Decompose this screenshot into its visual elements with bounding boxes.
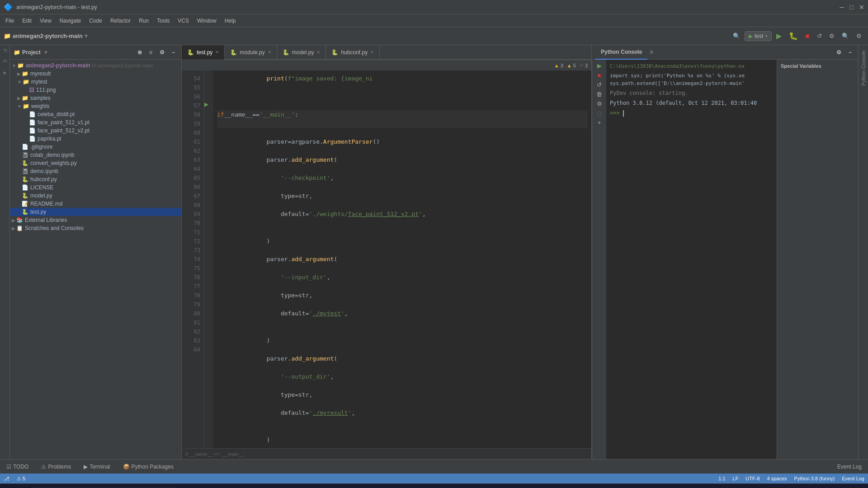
tab-hubconf[interactable]: 🐍 hubconf.py ✕: [326, 45, 380, 60]
tree-paprika[interactable]: ▶ 📄 paprika.pt: [10, 135, 181, 143]
maximize-button[interactable]: □: [850, 4, 854, 11]
console-prompt[interactable]: >>>: [610, 110, 773, 117]
tree-external-libs[interactable]: ▶ 📚 External Libraries: [10, 216, 181, 224]
editor-tabs-bar: 🐍 test.py ✕ 🐍 module.py ✕ 🐍 model.py ✕ 🐍…: [182, 45, 591, 60]
run-button[interactable]: ▶: [774, 30, 784, 42]
debug-button[interactable]: 🐛: [786, 30, 801, 42]
project-settings-icon[interactable]: ⚙: [157, 47, 167, 57]
console-minimize-icon[interactable]: −: [846, 47, 854, 57]
bottom-tab-problems[interactable]: ⚠ Problems: [38, 463, 74, 471]
bottom-tab-event-log[interactable]: Event Log: [835, 463, 864, 471]
tree-gitignore[interactable]: ▶ 📄 .gitignore: [10, 143, 181, 151]
tree-mytest[interactable]: ▼ 📁 mytest: [10, 78, 181, 86]
tree-myresult[interactable]: ▶ 📁 myresult: [10, 70, 181, 78]
tab-model-close[interactable]: ✕: [316, 50, 320, 55]
bottom-tab-terminal[interactable]: ▶ Terminal: [81, 463, 113, 471]
console-settings2-btn[interactable]: ⚙: [596, 99, 603, 108]
sidebar-icon-structure[interactable]: S: [2, 59, 8, 62]
rerun-button[interactable]: ↺: [814, 31, 825, 41]
console-settings-icon[interactable]: ⚙: [834, 47, 844, 57]
project-panel-chevron[interactable]: ▾: [44, 49, 47, 56]
tab-python-console[interactable]: Python Console: [595, 45, 647, 60]
tree-colab[interactable]: ▶ 📓 colab_demo.ipynb: [10, 151, 181, 159]
status-line-ending[interactable]: LF: [733, 476, 739, 481]
tree-celeba[interactable]: ▶ 📄 celeba_distill.pt: [10, 110, 181, 118]
taskbar-icon-browser[interactable]: 🌐: [230, 485, 249, 488]
error-count[interactable]: ▲3: [554, 63, 563, 68]
code-editor[interactable]: 54 55 56 57 58 59 60 61 62 63 64 65 66 6…: [182, 70, 591, 448]
taskbar-icon-explorer[interactable]: 📁: [207, 485, 226, 488]
chevron-down-icon[interactable]: ▾: [85, 33, 88, 39]
settings-button[interactable]: ⚙: [826, 31, 837, 41]
menu-edit[interactable]: Edit: [19, 16, 35, 26]
taskbar-icon-circle[interactable]: 🔵: [275, 485, 294, 488]
status-python[interactable]: Python 3.8 (funny): [794, 476, 835, 481]
status-indent[interactable]: 4 spaces: [767, 476, 787, 481]
run-config[interactable]: ▶ test ▾: [745, 31, 772, 41]
status-encoding[interactable]: UTF-8: [745, 476, 760, 481]
search-toolbar-icon[interactable]: 🔍: [839, 31, 852, 41]
tree-fp512v2[interactable]: ▶ 📄 face_paint_512_v2.pt: [10, 127, 181, 135]
console-clear-btn[interactable]: 🗑: [595, 90, 603, 99]
console-rerun-btn[interactable]: ↺: [596, 80, 603, 89]
menu-window[interactable]: Window: [193, 16, 220, 26]
project-locate-icon[interactable]: ⊕: [135, 47, 145, 57]
tree-root[interactable]: ▼ 📁 animegan2-pytorch-main D:\animegan2-…: [10, 61, 181, 70]
start-button[interactable]: ⊞: [2, 484, 25, 488]
console-add-btn[interactable]: +: [597, 118, 602, 127]
stop-button[interactable]: ■: [802, 30, 812, 42]
menu-code[interactable]: Code: [85, 16, 106, 26]
tab-module-close[interactable]: ✕: [268, 50, 271, 55]
gear-icon[interactable]: ⚙: [854, 31, 864, 41]
tree-convert[interactable]: ▶ 🐍 convert_weights.py: [10, 159, 181, 167]
status-warnings[interactable]: ⚠ 5: [17, 476, 25, 482]
tree-testpy[interactable]: ▶ 🐍 test.py: [10, 208, 181, 216]
toolbar-search-icon[interactable]: 🔍: [730, 31, 743, 41]
tree-demo[interactable]: ▶ 📓 demo.ipynb: [10, 167, 181, 175]
tree-scratches[interactable]: ▶ 📋 Scratches and Consoles: [10, 224, 181, 232]
sidebar-icon-favorites[interactable]: ★: [2, 70, 8, 76]
menu-view[interactable]: View: [36, 16, 55, 26]
bottom-tab-python-packages[interactable]: 📦 Python Packages: [120, 463, 176, 471]
taskbar-icon-taskview[interactable]: ⧉: [184, 485, 203, 488]
menu-refactor[interactable]: Refactor: [107, 16, 134, 26]
tab-modulepy[interactable]: 🐍 module.py ✕: [225, 45, 277, 60]
close-button[interactable]: ✕: [859, 4, 864, 11]
minimize-button[interactable]: ─: [840, 4, 844, 11]
python-console-vtab[interactable]: Python Console: [859, 47, 868, 89]
tree-fp512v1[interactable]: ▶ 📄 face_paint_512_v1.pt: [10, 118, 181, 127]
tree-model[interactable]: ▶ 🐍 model.py: [10, 192, 181, 200]
project-collapse-icon[interactable]: ≡: [146, 47, 155, 57]
console-stop-btn[interactable]: ■: [597, 71, 602, 80]
console-run-btn[interactable]: ▶: [596, 61, 603, 70]
tree-fp512v1-label: face_paint_512_v1.pt: [38, 119, 90, 126]
menu-vcs[interactable]: VCS: [174, 16, 193, 26]
taskbar-icon-pycharm[interactable]: 🔷: [252, 485, 271, 488]
tree-111png[interactable]: ▶ 🖼 111.png: [10, 86, 181, 94]
tab-testpy-close[interactable]: ✕: [215, 50, 219, 55]
menu-tools[interactable]: Tools: [153, 16, 173, 26]
menu-run[interactable]: Run: [135, 16, 152, 26]
console-main[interactable]: C:\Users\13038\Anaconda3\envs\funny\pyth…: [606, 60, 777, 459]
tree-license[interactable]: ▶ 📄 LICENSE: [10, 183, 181, 192]
menu-file[interactable]: File: [2, 16, 18, 26]
editor-area: 🐍 test.py ✕ 🐍 module.py ✕ 🐍 model.py ✕ 🐍…: [182, 45, 591, 459]
tab-modelpy[interactable]: 🐍 model.py ✕: [277, 45, 326, 60]
bottom-tab-todo[interactable]: ☑ TODO: [4, 463, 31, 471]
status-event-log[interactable]: Event Log: [842, 476, 864, 481]
check-count[interactable]: ✓3: [580, 62, 588, 68]
status-position[interactable]: 1:1: [718, 476, 725, 481]
tree-weights[interactable]: ▼ 📁 weights: [10, 102, 181, 110]
sidebar-icon-project[interactable]: P: [2, 49, 8, 52]
tab-hubconf-close[interactable]: ✕: [370, 50, 374, 55]
project-close-icon[interactable]: −: [169, 47, 178, 57]
warning-count[interactable]: ▲5: [567, 63, 576, 68]
menu-navigate[interactable]: Navigate: [56, 16, 85, 26]
menu-help[interactable]: Help: [221, 16, 240, 26]
tree-samples[interactable]: ▶ 📁 samples: [10, 94, 181, 102]
tab-testpy[interactable]: 🐍 test.py ✕: [182, 45, 225, 60]
console-close-icon[interactable]: ✕: [649, 49, 654, 56]
tree-hubconf[interactable]: ▶ 🐍 hubconf.py: [10, 175, 181, 183]
tree-readme[interactable]: ▶ 📝 README.md: [10, 200, 181, 208]
code-content[interactable]: print(f"image saved: {image_ni if __name…: [213, 70, 591, 448]
